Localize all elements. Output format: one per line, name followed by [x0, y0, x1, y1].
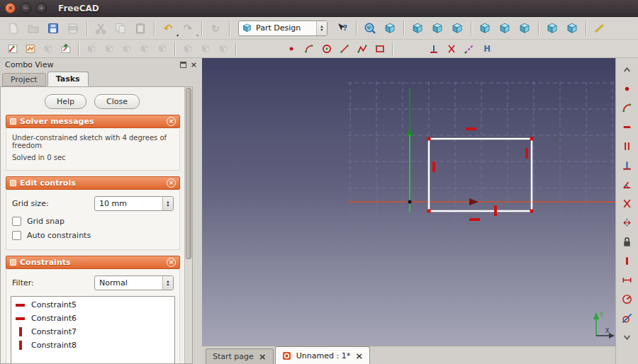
constrain-vertical-distance-icon [621, 255, 633, 267]
trimetric-view-button[interactable] [563, 19, 581, 38]
auto-constraints-checkbox[interactable] [12, 231, 21, 240]
create-arc-button[interactable] [301, 41, 317, 57]
constraint-list-item[interactable]: Constraint5 [11, 298, 174, 312]
copy-button [111, 19, 130, 38]
axonometric-view-button[interactable] [381, 19, 399, 38]
trim-edge-button[interactable] [443, 41, 459, 57]
constrain-lock-button[interactable] [619, 234, 636, 251]
sketch-rectangle[interactable] [429, 139, 532, 211]
constrain-coincident-button[interactable] [619, 81, 636, 98]
constrain-vertical-distance-button[interactable] [619, 253, 636, 270]
toolbar-separator [235, 42, 236, 56]
x-axis-arrow-icon [469, 198, 478, 205]
titlebar: × − + FreeCAD [0, 0, 638, 17]
close-button[interactable]: Close [94, 94, 140, 109]
external-geometry-button[interactable] [461, 41, 477, 57]
window-close-button[interactable]: × [5, 3, 16, 13]
constrain-horizontal-distance-icon [621, 274, 633, 286]
workbench-spinner[interactable]: ▴▾ [316, 21, 327, 35]
tab-unnamed-1[interactable]: Unnamed : 1* × [275, 346, 370, 364]
constraint-list-item[interactable]: Constraint6 [11, 312, 174, 325]
section-collapse-icon[interactable]: × [167, 258, 176, 267]
axonometric-view-icon [384, 22, 396, 35]
create-arc-icon [621, 102, 633, 114]
panel-scrollbar[interactable] [184, 87, 192, 363]
pad-icon [86, 43, 97, 55]
mirrored-button [179, 41, 196, 57]
tab-project[interactable]: Project [2, 73, 46, 86]
origin-point[interactable] [408, 200, 412, 204]
close-panel-icon[interactable]: × [191, 62, 197, 68]
svg-text:?: ? [343, 23, 347, 33]
scrollbar-thumb[interactable] [186, 88, 191, 259]
constrain-parallel-button[interactable] [619, 138, 636, 155]
toolbar-separator [586, 21, 586, 35]
close-tab-icon[interactable]: × [355, 351, 363, 360]
constrain-symmetric-button[interactable] [619, 215, 636, 232]
refresh-button: ↻ [206, 19, 225, 38]
front-view-button[interactable] [408, 19, 427, 38]
create-point-button[interactable] [283, 41, 299, 57]
constraints-header[interactable]: Constraints × [6, 256, 180, 269]
toolbar-separator [229, 21, 230, 35]
constrain-perpendicular-icon [621, 159, 633, 171]
dimetric-view-button[interactable] [543, 19, 561, 38]
spinner-arrows-icon[interactable]: ▴▾ [162, 276, 173, 290]
constraint-marks[interactable] [432, 127, 528, 221]
create-arc-button[interactable] [619, 100, 636, 117]
constrain-horizontal-distance-button[interactable] [619, 272, 636, 289]
help-button[interactable]: Help [45, 94, 86, 109]
leave-sketch-button[interactable] [57, 41, 74, 57]
scroll-down-button[interactable] [619, 329, 636, 346]
constrain-tangent-button[interactable] [619, 310, 636, 327]
section-collapse-icon[interactable]: × [167, 178, 176, 188]
constraint-list-item[interactable]: Constraint8 [11, 339, 174, 352]
construction-mode-button[interactable]: H [478, 41, 495, 57]
dropdown-arrow-icon[interactable]: ▾ [196, 33, 198, 38]
constrain-coincident-icon [621, 83, 633, 95]
constrain-radius-button[interactable] [619, 291, 636, 308]
workbench-selector[interactable]: Part Design ▴▾ [238, 21, 328, 36]
right-view-button[interactable] [448, 19, 466, 38]
edit-controls-header[interactable]: Edit controls × [6, 176, 180, 190]
bottom-view-button[interactable] [496, 19, 514, 38]
edit-sketch-button[interactable] [22, 41, 38, 57]
float-panel-icon[interactable] [180, 62, 186, 68]
create-circle-button[interactable] [318, 41, 335, 57]
grid-snap-checkbox[interactable] [12, 217, 21, 226]
window-maximize-button[interactable]: + [36, 3, 47, 13]
create-circle-icon [321, 43, 332, 55]
save-button[interactable] [44, 19, 62, 38]
undo-button[interactable]: ↶▾ [159, 19, 177, 38]
section-collapse-icon[interactable]: × [167, 117, 176, 126]
constraint-list-item[interactable]: Constraint7 [11, 325, 174, 339]
trim-edge-button[interactable] [619, 195, 636, 212]
rear-view-button[interactable] [476, 19, 494, 38]
constrain-angle-button[interactable] [619, 176, 636, 193]
create-rectangle-button[interactable] [371, 41, 388, 57]
paste-icon [134, 22, 147, 35]
create-line-button[interactable] [336, 41, 352, 57]
window-minimize-button[interactable]: − [21, 3, 31, 13]
constrain-parallel-icon [621, 140, 633, 152]
left-view-button[interactable] [515, 19, 534, 38]
create-polyline-button[interactable] [354, 41, 370, 57]
3d-viewport[interactable]: Y X [202, 58, 615, 346]
constrain-perpendicular-button[interactable] [425, 41, 442, 57]
tab-tasks[interactable]: Tasks [47, 72, 89, 86]
spinner-arrows-icon[interactable]: ▴▾ [162, 197, 173, 210]
filter-dropdown[interactable]: Normal ▴▾ [94, 275, 174, 290]
grid-size-dropdown[interactable]: 10 mm ▴▾ [94, 196, 174, 211]
new-sketch-button[interactable] [4, 41, 21, 57]
constrain-horizontal-button[interactable] [619, 119, 636, 136]
whats-this-button[interactable]: ? [333, 19, 352, 38]
tab-start-page[interactable]: Start page × [206, 348, 274, 364]
constrain-perpendicular-button[interactable] [619, 157, 636, 174]
top-view-button[interactable] [428, 19, 447, 38]
measure-distance-button[interactable] [591, 19, 609, 38]
fit-all-button[interactable] [361, 19, 379, 38]
solver-messages-header[interactable]: Solver messages × [6, 115, 180, 128]
close-tab-icon[interactable]: × [259, 352, 267, 361]
scroll-up-button[interactable] [619, 62, 636, 79]
save-icon [47, 22, 60, 35]
